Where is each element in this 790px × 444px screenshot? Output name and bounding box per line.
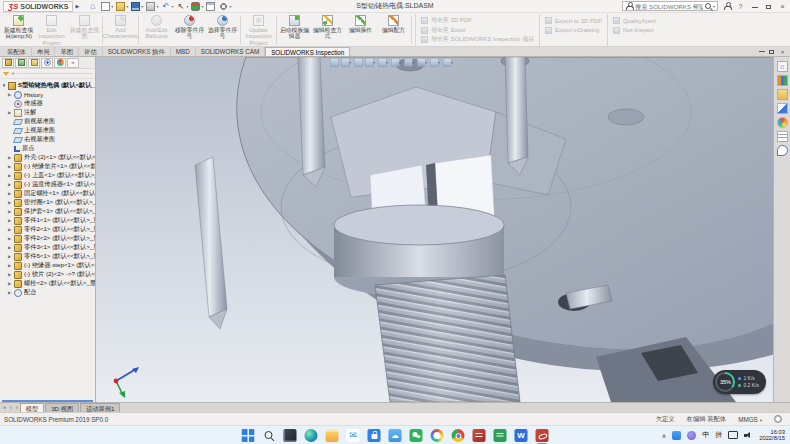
taskbar-notes[interactable] xyxy=(494,429,507,442)
taskbar-wps[interactable] xyxy=(515,429,528,442)
tree-filter[interactable]: ▾ xyxy=(0,69,95,79)
file-properties-button[interactable] xyxy=(205,2,217,11)
hide-show-items-icon[interactable]: ▾ xyxy=(404,58,414,67)
print-button[interactable]: ▾ xyxy=(145,2,159,11)
propertymanager-tab[interactable] xyxy=(15,58,27,68)
dimxpertmanager-tab[interactable] xyxy=(41,58,53,68)
minimize-button[interactable] xyxy=(750,2,759,11)
taskbar-clock[interactable]: 16:03 2022/8/15 xyxy=(759,429,785,442)
select-balloons-button[interactable]: 选择零件序号 xyxy=(206,14,239,46)
tree-component[interactable]: 零件2<1> (默认<<默认>_显示状 xyxy=(0,225,95,234)
tree-component[interactable]: 零件5<1> (默认<<默认>_显示状 xyxy=(0,252,95,261)
view-palette-tab[interactable] xyxy=(777,103,788,114)
menu-flyout-arrow-icon[interactable]: ▶ xyxy=(75,3,79,9)
quick-tips-icon[interactable] xyxy=(774,415,782,423)
tree-component[interactable]: 外壳 (2)<1> (默认<<默认>_显示状 xyxy=(0,153,95,162)
filter-input-line[interactable] xyxy=(17,73,92,74)
tree-history[interactable]: History xyxy=(0,90,95,99)
net-inspect-button[interactable]: Net-Inspect xyxy=(613,26,656,36)
taskbar-search[interactable] xyxy=(263,429,276,442)
remove-balloons-button[interactable]: 移除零件序号 xyxy=(173,14,206,46)
3d-model[interactable] xyxy=(96,57,790,402)
zoom-fit-icon[interactable] xyxy=(330,58,338,67)
tree-component[interactable]: (-) 绝缘垫片<1> (默认<<默认>_显 xyxy=(0,162,95,171)
add-edit-balloons-button[interactable]: Add/Edit Balloons xyxy=(140,14,173,46)
edit-appearance-icon[interactable]: ▾ xyxy=(417,58,427,67)
panel-overflow-tab[interactable]: » xyxy=(67,58,79,68)
taskbar-store[interactable] xyxy=(368,429,381,442)
qualityxpert-button[interactable]: QualityXpert xyxy=(613,16,656,26)
tree-component[interactable]: 固定螺栓<1> (默认<<默认>_显示 xyxy=(0,189,95,198)
taskbar-explorer[interactable] xyxy=(326,429,339,442)
search-icon[interactable] xyxy=(705,3,711,9)
tree-component[interactable]: 保护套<1> (默认<<默认>_显示状 xyxy=(0,207,95,216)
display-style-icon[interactable]: ▾ xyxy=(391,58,401,67)
tab-inspection[interactable]: SOLIDWORKS Inspection xyxy=(265,47,350,56)
tray-security-icon[interactable] xyxy=(687,431,696,440)
cast-icon[interactable] xyxy=(728,431,738,439)
export-3d-pdf-button[interactable]: Export to 3D PDF xyxy=(545,16,602,26)
tree-root-assembly[interactable]: S型铂铑热电偶 (默认<默认_显示状态-1> xyxy=(0,81,95,90)
doc-restore-button[interactable] xyxy=(769,50,774,54)
login-user-icon[interactable] xyxy=(723,2,731,10)
ime-pinyin-indicator[interactable]: 拼 xyxy=(715,430,722,440)
motion-study-tab[interactable]: 运动算例1 xyxy=(80,403,120,412)
taskbar-solidworks[interactable] xyxy=(536,429,549,442)
tab-layout[interactable]: 布局 xyxy=(32,47,56,56)
new-inspection-view-button[interactable]: 新建检查视图 xyxy=(68,14,101,46)
volume-icon[interactable] xyxy=(744,431,753,439)
launch-template-editor-button[interactable]: 启动模板编辑器 xyxy=(278,14,311,46)
ime-chinese-indicator[interactable]: 中 xyxy=(702,430,709,440)
help-search-box[interactable]: ▾ xyxy=(622,1,718,11)
taskbar-wechat[interactable] xyxy=(410,429,423,442)
tray-cloud-icon[interactable] xyxy=(672,431,681,440)
previous-view-icon[interactable] xyxy=(354,58,362,67)
hidden-icons-chevron[interactable]: ∧ xyxy=(662,432,666,439)
taskbar-360-browser[interactable] xyxy=(431,429,444,442)
edit-operation-button[interactable]: 编辑操作 xyxy=(344,14,377,46)
tab-sketch[interactable]: 草图 xyxy=(55,47,79,56)
tree-annotations[interactable]: 注解 xyxy=(0,108,95,117)
tree-component[interactable]: (-) 上盖<1> (默认<<默认>_显示状 xyxy=(0,171,95,180)
tree-component[interactable]: (-) 绝缘器.step<1> (默认<<默认> xyxy=(0,261,95,270)
tree-front-plane[interactable]: 前视基准面 xyxy=(0,117,95,126)
new-inspection-project-button[interactable]: 新建检查项目(amp;N) xyxy=(2,14,35,46)
taskbar-edge[interactable] xyxy=(305,429,318,442)
design-library-tab[interactable] xyxy=(777,75,788,86)
close-button[interactable]: × xyxy=(778,2,787,11)
update-inspection-project-button[interactable]: Update Inspection Project xyxy=(242,14,275,46)
units-selector[interactable]: MMGS▾ xyxy=(738,416,762,423)
displaymanager-tab[interactable] xyxy=(54,58,66,68)
add-characteristic-button[interactable]: Add Characteristic xyxy=(104,14,137,46)
tree-mates[interactable]: 配合 xyxy=(0,288,95,297)
doc-close-button[interactable]: × xyxy=(778,49,787,55)
tree-top-plane[interactable]: 上视基准面 xyxy=(0,126,95,135)
3d-views-tab[interactable]: 3D 视图 xyxy=(45,403,79,412)
taskbar-mail[interactable] xyxy=(347,429,360,442)
graphics-viewport[interactable]: ▾ ▾ ▾ ▾ ▾ xyxy=(96,57,790,402)
tree-component[interactable]: (-) 铰片 (2)<2> ->? (默认<<默认> xyxy=(0,270,95,279)
file-explorer-tab[interactable] xyxy=(777,89,788,100)
export-excel-button[interactable]: 导出至 Excel xyxy=(421,26,534,36)
edit-recipe-button[interactable]: 编辑配方 xyxy=(377,14,410,46)
home-button[interactable] xyxy=(87,2,99,11)
export-edrawing-button[interactable]: Export eDrawing xyxy=(545,26,602,36)
featuremanager-tab[interactable] xyxy=(2,58,14,68)
view-orientation-icon[interactable]: ▾ xyxy=(378,58,388,67)
tree-component[interactable]: 零件1<1> (默认<<默认>_显示状态 xyxy=(0,216,95,225)
taskbar-weather[interactable] xyxy=(389,429,402,442)
open-file-button[interactable]: ▾ xyxy=(115,2,129,11)
edit-inspection-project-button[interactable]: Edit Inspection Project xyxy=(35,14,68,46)
rebuild-button[interactable]: ▾ xyxy=(190,2,204,11)
taskbar-start[interactable] xyxy=(242,429,255,442)
speed-monitor-widget[interactable]: 35% 1 K/s 0.2 K/s xyxy=(713,370,766,394)
search-input[interactable] xyxy=(635,3,703,10)
zoom-area-icon[interactable]: ▾ xyxy=(341,58,351,67)
section-view-icon[interactable]: ▾ xyxy=(365,58,375,67)
configurationmanager-tab[interactable] xyxy=(28,58,40,68)
tree-right-plane[interactable]: 右视基准面 xyxy=(0,135,95,144)
tree-component[interactable]: 零件3<1> (默认<<默认>_显示状 xyxy=(0,243,95,252)
tab-evaluate[interactable]: 评估 xyxy=(79,47,103,56)
select-button[interactable]: ▾ xyxy=(175,2,189,11)
tree-component[interactable]: 零件2<2> (默认<<默认>_显示状 xyxy=(0,234,95,243)
